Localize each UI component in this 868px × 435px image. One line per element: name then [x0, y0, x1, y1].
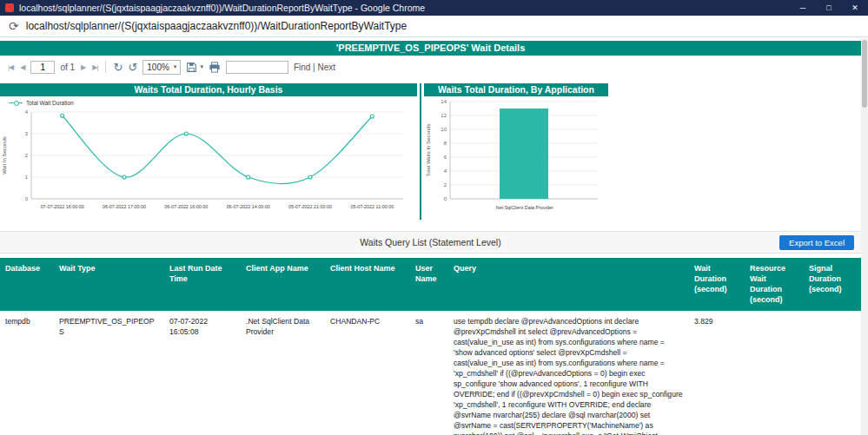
window-title: localhost/sqlplanner/(S(jqxtaispaagjacza… [19, 3, 790, 13]
svg-text:Wait In Seconds: Wait In Seconds [2, 136, 7, 174]
url-text[interactable]: localhost/sqlplanner/(S(jqxtaispaagjacza… [26, 20, 407, 32]
chevron-down-icon: ▾ [174, 63, 177, 70]
chart-legend: Total Wait Duration [0, 96, 417, 107]
svg-text:12: 12 [441, 113, 447, 118]
application-bar-chart: 02468101214Total Waits In Seconds.Net Sq… [424, 96, 606, 220]
scrollbar-thumb[interactable] [862, 40, 867, 108]
cell-wait-type: PREEMPTIVE_OS_PIPEOPS [54, 311, 164, 435]
column-header-wait-type: Wait Type [54, 258, 164, 311]
table-row: tempdb PREEMPTIVE_OS_PIPEOPS 07-07-2022 … [0, 311, 861, 435]
wait-query-table: Database Wait Type Last Run Date Time Cl… [0, 258, 861, 435]
column-header-user: User Name [410, 258, 448, 311]
column-header-resource-wait: Resource Wait Duration (second) [745, 258, 804, 311]
close-button[interactable]: ✕ [842, 0, 868, 16]
last-page-button[interactable]: ▶| [91, 63, 98, 71]
export-to-excel-button[interactable]: Export to Excel [779, 235, 854, 250]
cell-user: sa [410, 311, 448, 435]
svg-text:07-07-2022 16:00:00: 07-07-2022 16:00:00 [41, 204, 84, 209]
column-header-database: Database [0, 258, 54, 311]
report-toolbar: |◀ ◀ of 1 ▶ ▶| ↻ ↺ 100% ▾ ▾ [0, 56, 861, 78]
charts-section: Waits Total Duration, Hourly Basis Total… [0, 83, 861, 220]
query-list-section-header: Waits Query List (Statement Level) Expor… [0, 231, 861, 254]
screen: { "browser": { "window_title": "localhos… [0, 0, 868, 435]
find-input[interactable] [226, 61, 288, 74]
table-header-row: Database Wait Type Last Run Date Time Cl… [0, 258, 861, 311]
cell-last-run: 07-07-2022 16:05:08 [164, 311, 241, 435]
prev-page-button[interactable]: ◀ [19, 63, 25, 71]
report-page: 'PREEMPTIVE_OS_PIPEOPS' Wait Details |◀ … [0, 41, 861, 435]
page-number-input[interactable] [30, 61, 55, 74]
cell-resource-wait [745, 311, 804, 435]
cell-client-host: CHANDAN-PC [325, 311, 410, 435]
hourly-line-chart: 01234Wait In Seconds07-07-2022 16:00:000… [0, 107, 415, 218]
page-count-label: of 1 [60, 63, 75, 72]
svg-text:6: 6 [444, 155, 447, 160]
print-icon [209, 62, 221, 73]
cell-client-app: .Net SqlClient Data Provider [241, 311, 325, 435]
toolbar-separator [105, 61, 106, 73]
page-scrollbar[interactable] [861, 38, 868, 435]
column-header-signal-duration: Signal Duration (second) [804, 258, 861, 311]
svg-text:1: 1 [25, 175, 29, 180]
print-button[interactable] [209, 62, 221, 73]
column-header-query: Query [448, 258, 689, 311]
svg-text:0: 0 [25, 196, 29, 201]
svg-text:0: 0 [444, 196, 447, 201]
svg-text:4: 4 [25, 109, 29, 115]
first-page-button[interactable]: |◀ [7, 63, 14, 71]
application-chart-title: Waits Total Duration, By Application [424, 83, 608, 96]
svg-text:2: 2 [25, 153, 29, 158]
next-page-button[interactable]: ▶ [80, 63, 86, 71]
legend-label: Total Wait Duration [26, 100, 74, 106]
legend-line-swatch [9, 102, 23, 103]
svg-text:05-07-2022 11:00:00: 05-07-2022 11:00:00 [351, 204, 394, 209]
svg-text:10: 10 [441, 127, 447, 132]
application-chart-panel: Waits Total Duration, By Application 024… [424, 83, 608, 220]
cell-database: tempdb [0, 311, 54, 435]
chevron-down-icon: ▾ [200, 63, 203, 70]
reload-icon[interactable]: ⟳ [9, 20, 19, 32]
back-icon[interactable]: ↺ [128, 62, 137, 73]
svg-text:06-07-2022 17:00:00: 06-07-2022 17:00:00 [103, 204, 146, 209]
cell-query: use tempdb declare @prevAdvancedOptions … [448, 311, 689, 435]
chart-divider [420, 83, 421, 220]
svg-text:06-07-2022 16:00:00: 06-07-2022 16:00:00 [164, 204, 208, 209]
svg-text:Total Waits In Seconds: Total Waits In Seconds [426, 124, 431, 177]
svg-text:06-07-2022 14:00:00: 06-07-2022 14:00:00 [227, 204, 270, 209]
save-icon [186, 62, 197, 73]
column-header-client-app: Client App Name [241, 258, 325, 311]
svg-text:3: 3 [25, 131, 29, 136]
maximize-button[interactable]: □ [816, 0, 842, 16]
window-controls: ─ □ ✕ [790, 0, 868, 16]
refresh-icon[interactable]: ↻ [113, 62, 123, 73]
minimize-button[interactable]: ─ [790, 0, 816, 16]
column-header-last-run: Last Run Date Time [164, 258, 241, 311]
window-titlebar: localhost/sqlplanner/(S(jqxtaispaagjacza… [0, 0, 868, 16]
report-title: 'PREEMPTIVE_OS_PIPEOPS' Wait Details [0, 41, 861, 56]
svg-text:8: 8 [444, 141, 447, 146]
svg-text:.Net SqlClient Data Provider: .Net SqlClient Data Provider [494, 205, 553, 210]
column-header-wait-duration: Wait Duration (second) [689, 258, 745, 311]
svg-text:2: 2 [444, 182, 447, 188]
hourly-chart-panel: Waits Total Duration, Hourly Basis Total… [0, 83, 417, 218]
hourly-chart-title: Waits Total Duration, Hourly Basis [0, 83, 417, 96]
svg-text:4: 4 [444, 168, 447, 174]
column-header-client-host: Client Host Name [325, 258, 410, 311]
site-favicon [5, 3, 14, 12]
query-list-title: Waits Query List (Statement Level) [360, 237, 500, 247]
cell-wait-duration: 3.829 [689, 311, 745, 435]
zoom-value: 100% [147, 63, 169, 72]
export-menu-button[interactable]: ▾ [186, 62, 203, 73]
svg-text:14: 14 [441, 99, 447, 104]
svg-text:05-07-2022 21:00:00: 05-07-2022 21:00:00 [288, 204, 332, 209]
cell-signal-duration [804, 311, 861, 435]
address-bar[interactable]: ⟳ localhost/sqlplanner/(S(jqxtaispaagjac… [0, 16, 868, 37]
find-next-links[interactable]: Find | Next [294, 63, 335, 72]
zoom-select[interactable]: 100% ▾ [142, 60, 181, 75]
